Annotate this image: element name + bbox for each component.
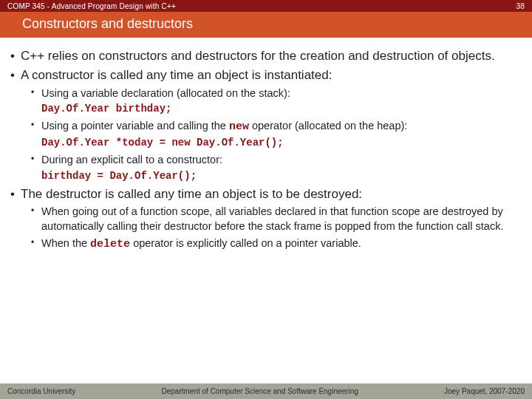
sub-bullet-item: When going out of a function scope, all … [31, 205, 522, 233]
bullet-text: C++ relies on constructors and destructo… [21, 49, 495, 63]
sub-bullet-item: During an explicit call to a constructor… [31, 153, 522, 183]
slide-footer: Concordia University Department of Compu… [0, 383, 532, 399]
sub-bullet-item: When the delete operator is explicitly c… [31, 236, 522, 252]
sub-bullet-text: Using a variable declaration (allocated … [41, 87, 290, 99]
bullet-text: The destructor is called any time an obj… [21, 187, 362, 201]
slide-content: C++ relies on constructors and destructo… [0, 38, 532, 253]
footer-center: Department of Computer Science and Softw… [162, 387, 358, 395]
sub-bullet-text: When the [41, 237, 90, 249]
keyword-delete: delete [90, 238, 130, 250]
sub-bullet-text: When going out of a function scope, all … [41, 205, 503, 232]
bullet-item: A constructor is called any time an obje… [10, 67, 522, 183]
bullet-item: The destructor is called any time an obj… [10, 186, 522, 253]
footer-left: Concordia University [7, 387, 75, 395]
bullet-item: C++ relies on constructors and destructo… [10, 48, 522, 64]
slide-header: COMP 345 - Advanced Program Design with … [0, 0, 532, 12]
sub-bullet-text: operator (allocated on the heap): [249, 120, 407, 132]
bullet-text: A constructor is called any time an obje… [21, 68, 332, 82]
slide-number: 38 [516, 2, 525, 10]
keyword-new: new [229, 120, 249, 133]
code-snippet: Day.Of.Year *today = new Day.Of.Year(); [41, 136, 522, 150]
code-snippet: Day.Of.Year birthday; [41, 102, 522, 116]
sub-bullet-text: Using a pointer variable and calling the [41, 120, 229, 132]
sub-bullet-text: During an explicit call to a constructor… [41, 154, 222, 166]
slide-title: Constructors and destructors [0, 12, 532, 38]
course-label: COMP 345 - Advanced Program Design with … [7, 2, 176, 10]
sub-bullet-text: operator is explicitly called on a point… [130, 237, 361, 249]
footer-right: Joey Paquet, 2007-2020 [444, 387, 525, 395]
code-snippet: birthday = Day.Of.Year(); [41, 169, 522, 183]
sub-bullet-item: Using a variable declaration (allocated … [31, 86, 522, 116]
sub-bullet-item: Using a pointer variable and calling the… [31, 119, 522, 150]
